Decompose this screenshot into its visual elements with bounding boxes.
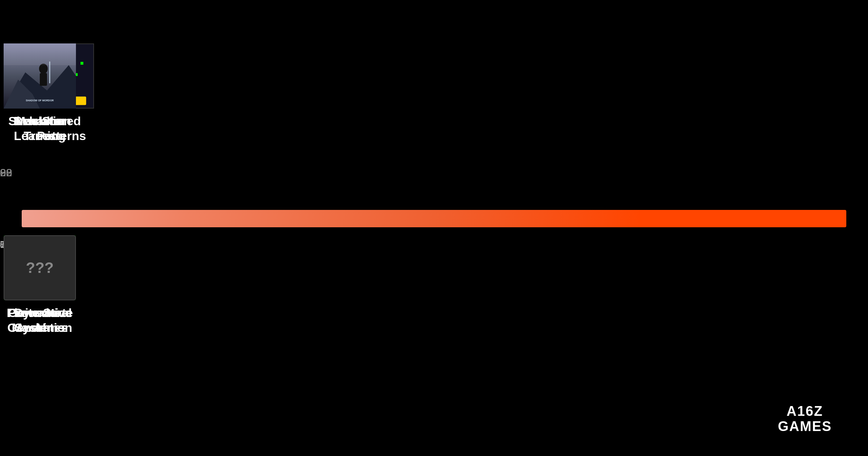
item-generative-ai: ??? GenerativeAI: [0, 232, 80, 335]
svg-point-64: [39, 64, 48, 74]
timeline-bar: [22, 210, 846, 227]
year-2022-above: 2022: [0, 166, 12, 179]
svg-rect-68: [4, 43, 76, 65]
mordor-image: SHADOW OF MORDOR: [4, 43, 76, 109]
brand-line2: GAMES: [778, 419, 832, 434]
brand-line1: A16Z: [778, 404, 832, 419]
tick-up-genai: [0, 217, 7, 227]
generative-ai-label: GenerativeAI: [8, 305, 72, 335]
svg-rect-65: [40, 73, 47, 86]
svg-rect-11: [81, 62, 84, 65]
machine-learning-label: MachineLearning: [4, 114, 76, 143]
timeline-container: SPACE INVADERS: [0, 0, 868, 456]
item-machine-learning: SHADOW OF MORDOR MachineLearning: [0, 43, 80, 143]
brand-logo: A16Z GAMES: [778, 404, 832, 434]
svg-text:SHADOW OF MORDOR: SHADOW OF MORDOR: [26, 99, 54, 102]
unknown-image: ???: [4, 235, 76, 300]
